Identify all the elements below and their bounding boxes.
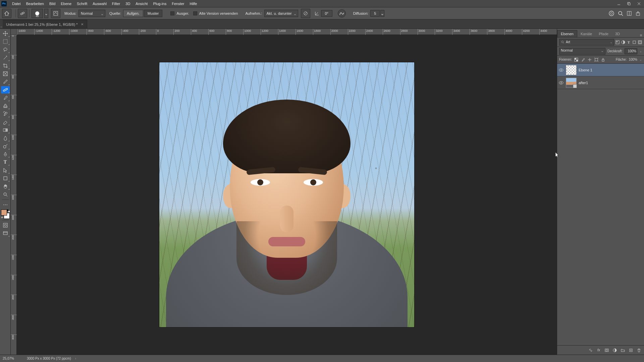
foreground-color-swatch[interactable]: [1, 209, 7, 216]
fill-field[interactable]: 100%: [629, 58, 637, 61]
delete-layer-icon[interactable]: [637, 348, 641, 353]
filter-type-icon[interactable]: T: [627, 40, 631, 45]
gradient-tool[interactable]: [1, 126, 10, 134]
color-swatches[interactable]: ⇄: [1, 209, 10, 219]
menu-3d[interactable]: 3D: [123, 0, 133, 7]
layer-filter-input[interactable]: [566, 40, 608, 44]
menu-select[interactable]: Auswahl: [90, 0, 109, 7]
healing-brush-tool[interactable]: [1, 86, 10, 94]
menu-file[interactable]: Datei: [9, 0, 23, 7]
menu-view[interactable]: Ansicht: [133, 0, 150, 7]
home-button[interactable]: [2, 9, 11, 18]
window-minimize[interactable]: [614, 0, 624, 7]
move-tool[interactable]: [1, 30, 10, 37]
frame-tool[interactable]: [1, 70, 10, 77]
layer-name[interactable]: Ebene 1: [579, 68, 592, 72]
menu-image[interactable]: Bild: [47, 0, 58, 7]
eyedropper-tool[interactable]: [1, 78, 10, 85]
default-colors-icon[interactable]: [7, 209, 10, 212]
diffusion-field[interactable]: 5: [370, 10, 380, 17]
close-icon[interactable]: ✕: [81, 22, 84, 26]
blur-tool[interactable]: [1, 134, 10, 142]
tab-scroll-handle[interactable]: ››: [0, 25, 3, 28]
vertical-ruler[interactable]: 0200400600800100012001400160018002000220…: [11, 35, 17, 355]
filter-pixel-icon[interactable]: [615, 40, 620, 45]
angle-field[interactable]: 0°: [321, 10, 332, 17]
layer-name[interactable]: after1: [579, 81, 588, 85]
horizontal-ruler[interactable]: -1600-1400-1200-1000-800-600-400-2000200…: [17, 29, 557, 35]
menu-type[interactable]: Schrift: [74, 0, 90, 7]
tab-paths[interactable]: Pfade: [595, 31, 612, 37]
link-layers-icon[interactable]: [588, 348, 593, 353]
window-close[interactable]: [634, 0, 644, 7]
aligned-checkbox[interactable]: [170, 11, 174, 15]
group-icon[interactable]: [621, 348, 625, 353]
pen-tool[interactable]: [1, 150, 10, 158]
crop-tool[interactable]: [1, 62, 10, 69]
type-tool[interactable]: T: [1, 159, 10, 166]
path-select-tool[interactable]: [1, 167, 10, 174]
panel-menu-button[interactable]: ≡: [638, 33, 644, 37]
menu-help[interactable]: Hilfe: [187, 0, 200, 7]
chevron-down-icon[interactable]: ⌄: [639, 58, 642, 61]
clone-stamp-tool[interactable]: [1, 102, 10, 110]
screen-mode-toggle[interactable]: [1, 230, 10, 237]
source-sampled-button[interactable]: Aufgen.: [123, 10, 143, 17]
cloud-docs-button[interactable]: [608, 10, 614, 16]
menu-layer[interactable]: Ebene: [58, 0, 74, 7]
source-pattern-button[interactable]: Muster: [144, 10, 163, 17]
layer-blend-mode-select[interactable]: Normal: [559, 48, 605, 55]
search-button[interactable]: [618, 11, 623, 16]
menu-plugins[interactable]: Plug-ins: [150, 0, 169, 7]
visibility-toggle[interactable]: [558, 80, 564, 85]
pressure-size-toggle[interactable]: [338, 9, 346, 17]
quick-mask-toggle[interactable]: [1, 222, 10, 229]
visibility-toggle[interactable]: [558, 67, 564, 73]
tab-3d[interactable]: 3D: [612, 31, 623, 37]
marquee-tool[interactable]: [1, 38, 10, 45]
hand-tool[interactable]: [1, 183, 10, 190]
adjustment-layer-icon[interactable]: [612, 348, 617, 353]
brush-preset-dropdown[interactable]: ⌄: [44, 9, 48, 18]
edit-toolbar[interactable]: ⋯: [1, 201, 10, 208]
menu-window[interactable]: Fenster: [169, 0, 187, 7]
arrange-docs-button[interactable]: [627, 11, 632, 16]
legacy-checkbox[interactable]: [193, 11, 197, 15]
canvas[interactable]: [17, 35, 557, 355]
layer-mask-icon[interactable]: [604, 348, 609, 353]
layer-fx-icon[interactable]: fx: [596, 348, 601, 353]
window-maximize[interactable]: [624, 0, 634, 7]
layer-row[interactable]: after1: [557, 76, 644, 89]
tab-layers[interactable]: Ebenen: [557, 30, 577, 37]
sample-select[interactable]: Akt. u. darunter: [264, 10, 298, 17]
lock-artboard-icon[interactable]: [594, 57, 599, 62]
opacity-field[interactable]: 100%: [625, 48, 637, 54]
brush-settings-toggle[interactable]: [51, 9, 60, 18]
layer-thumbnail[interactable]: [566, 78, 577, 88]
brush-preset-picker[interactable]: 46: [32, 9, 43, 18]
lock-pixels-icon[interactable]: [581, 57, 585, 62]
new-layer-icon[interactable]: [629, 348, 633, 353]
swap-colors-icon[interactable]: ⇄: [1, 216, 3, 219]
zoom-level[interactable]: 25,07%: [3, 357, 23, 360]
layer-thumbnail[interactable]: [566, 65, 577, 75]
tab-channels[interactable]: Kanäle: [577, 31, 595, 37]
filter-smart-icon[interactable]: [638, 40, 642, 45]
menu-edit[interactable]: Bearbeiten: [23, 0, 47, 7]
document-tab[interactable]: Unbenannt-1 bei 25,1% (Ebene 1, RGB/8) *…: [3, 20, 87, 28]
document-info[interactable]: 3000 Px x 3000 Px (72 ppcm): [27, 357, 71, 360]
share-button[interactable]: [635, 11, 641, 16]
blend-mode-select[interactable]: Normal: [78, 10, 105, 17]
layer-row[interactable]: Ebene 1: [557, 64, 644, 76]
zoom-tool[interactable]: [1, 191, 10, 198]
brush-tool[interactable]: [1, 94, 10, 102]
diffusion-dropdown[interactable]: ⌄: [380, 10, 384, 17]
history-brush-tool[interactable]: [1, 110, 10, 118]
chevron-down-icon[interactable]: ⌄: [639, 50, 642, 53]
menu-filter[interactable]: Filter: [109, 0, 123, 7]
lasso-tool[interactable]: [1, 46, 10, 53]
filter-adjust-icon[interactable]: [621, 40, 626, 45]
ruler-origin[interactable]: [11, 29, 17, 35]
shape-tool[interactable]: [1, 175, 10, 182]
tool-preset-picker[interactable]: [18, 9, 27, 18]
